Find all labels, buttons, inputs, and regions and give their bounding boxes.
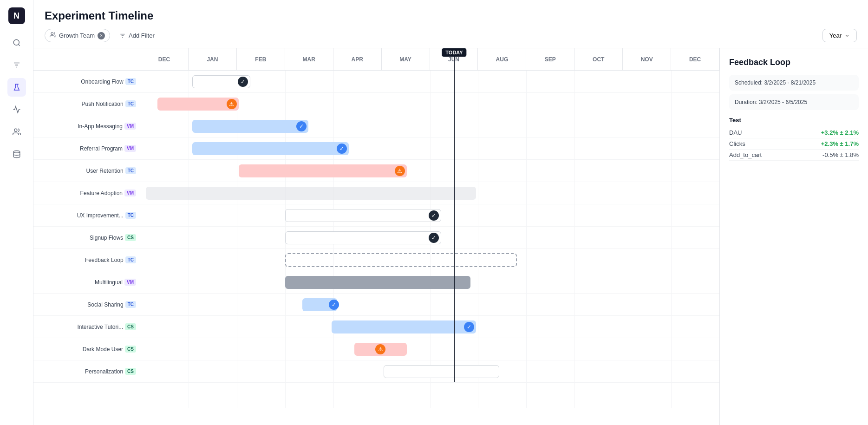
bar-row-onboarding-flow: ✓ <box>140 71 719 93</box>
month-oct: OCT <box>574 48 623 70</box>
month-aug: AUG <box>478 48 526 70</box>
feedback-loop-popup: Feedback Loop Scheduled: 3/2/2025 - 8/21… <box>719 48 868 425</box>
bar-row-personalization <box>140 360 719 383</box>
bar-row-ux-improvement: ✓ <box>140 204 719 227</box>
team-chip-icon <box>50 32 56 39</box>
filter-row: Growth Team × Add Filter Year <box>45 29 857 42</box>
header: Experiment Timeline Growth Team × Add Fi… <box>33 0 868 48</box>
label-dark-mode-user: Dark Mode User CS <box>33 338 140 360</box>
bar-signup-flows[interactable]: ✓ <box>285 231 442 244</box>
month-nov: NOV <box>623 48 671 70</box>
label-onboarding-flow: Onboarding Flow TC <box>33 71 140 93</box>
today-badge: TODAY <box>442 48 466 57</box>
month-mar: MAR <box>285 48 333 70</box>
svg-point-6 <box>51 33 53 35</box>
bar-referral-program[interactable]: ✓ <box>192 142 349 155</box>
bar-multilingual[interactable] <box>285 276 470 289</box>
bar-row-feature-adoption <box>140 182 719 204</box>
bar-row-feedback-loop[interactable] <box>140 249 719 271</box>
checkmark-icon: ✓ <box>238 77 248 87</box>
svg-point-4 <box>14 129 17 131</box>
year-label: Year <box>829 32 842 39</box>
label-multilingual: Multilingual VM <box>33 271 140 294</box>
month-dec1: DEC <box>140 48 189 70</box>
bar-feedback-loop[interactable] <box>285 253 517 267</box>
content-area: DEC JAN FEB MAR APR MAY JUN TODAY AUG SE… <box>33 48 868 425</box>
month-feb: FEB <box>237 48 285 70</box>
bar-push-notification[interactable]: ⚠ <box>157 98 239 111</box>
svg-point-0 <box>13 39 19 45</box>
bar-row-social-sharing: ✓ <box>140 294 719 316</box>
filter-icon[interactable] <box>7 56 26 74</box>
popup-metric-clicks: Clicks +2.3% ± 1.7% <box>729 138 859 150</box>
bar-row-signup-flows: ✓ <box>140 227 719 249</box>
main-area: Experiment Timeline Growth Team × Add Fi… <box>33 0 868 425</box>
team-icon[interactable] <box>7 123 26 141</box>
popup-title: Feedback Loop <box>729 58 859 67</box>
bar-in-app-messaging[interactable]: ✓ <box>192 120 308 133</box>
label-user-retention: User Retention TC <box>33 160 140 182</box>
analytics-icon[interactable] <box>7 100 26 119</box>
gantt-months: DEC JAN FEB MAR APR MAY JUN TODAY AUG SE… <box>140 48 719 70</box>
label-ux-improvement: UX Improvement... TC <box>33 204 140 227</box>
bar-onboarding-flow[interactable]: ✓ <box>192 75 250 88</box>
bar-ux-improvement[interactable]: ✓ <box>285 209 442 222</box>
add-filter-button[interactable]: Add Filter <box>115 30 159 41</box>
bar-row-user-retention: ⚠ <box>140 160 719 182</box>
page-title: Experiment Timeline <box>45 9 857 22</box>
checkmark-dark-icon-2: ✓ <box>429 210 439 221</box>
bar-feature-adoption[interactable] <box>146 187 476 200</box>
search-icon[interactable] <box>7 33 26 52</box>
gantt-container: DEC JAN FEB MAR APR MAY JUN TODAY AUG SE… <box>33 48 719 425</box>
month-sep: SEP <box>526 48 574 70</box>
label-referral-program: Referral Program VM <box>33 137 140 160</box>
month-dec2: DEC <box>671 48 719 70</box>
gantt-label-header <box>33 48 140 70</box>
warning-icon-2: ⚠ <box>395 166 405 176</box>
warning-icon: ⚠ <box>227 99 237 109</box>
label-personalization: Personalization CS <box>33 360 140 383</box>
popup-duration: Duration: 3/2/2025 - 6/5/2025 <box>729 94 859 110</box>
bar-personalization[interactable] <box>384 365 499 378</box>
popup-metric-add-to-cart: Add_to_cart -0.5% ± 1.8% <box>729 150 859 161</box>
warning-icon-3: ⚠ <box>375 344 385 354</box>
filter-chip-close[interactable]: × <box>98 32 105 39</box>
bar-row-dark-mode-user: ⚠ <box>140 338 719 360</box>
month-apr: APR <box>333 48 382 70</box>
bar-social-sharing[interactable]: ✓ <box>302 298 337 311</box>
sidebar: N <box>0 0 33 425</box>
popup-metric-dau: DAU +3.2% ± 2.1% <box>729 127 859 138</box>
popup-test-label: Test <box>729 117 859 124</box>
app-logo: N <box>8 7 25 24</box>
label-social-sharing: Social Sharing TC <box>33 294 140 316</box>
bar-row-in-app-messaging: ✓ <box>140 115 719 137</box>
label-feedback-loop: Feedback Loop TC <box>33 249 140 271</box>
bar-user-retention[interactable]: ⚠ <box>239 164 407 177</box>
popup-scheduled: Scheduled: 3/2/2025 - 8/21/2025 <box>729 75 859 91</box>
metric-name-add-to-cart: Add_to_cart <box>729 151 762 158</box>
metric-name-clicks: Clicks <box>729 140 745 147</box>
database-icon[interactable] <box>7 145 26 163</box>
bar-row-push-notification: ⚠ <box>140 93 719 115</box>
gantt-bars: ✓ ⚠ ✓ <box>140 71 719 408</box>
checkmark-blue-icon-2: ✓ <box>337 144 347 154</box>
growth-team-filter-chip[interactable]: Growth Team × <box>45 29 110 42</box>
month-jun: JUN TODAY <box>430 48 478 70</box>
metric-value-dau: +3.2% ± 2.1% <box>821 129 859 136</box>
metric-name-dau: DAU <box>729 129 742 136</box>
checkmark-dark-icon-3: ✓ <box>429 233 439 243</box>
checkmark-tut-icon: ✓ <box>464 322 474 332</box>
checkmark-blue-icon: ✓ <box>296 121 307 131</box>
label-feature-adoption: Feature Adoption VM <box>33 182 140 204</box>
year-select[interactable]: Year <box>822 29 857 42</box>
filter-chip-label: Growth Team <box>59 32 95 39</box>
gantt-body: Onboarding Flow TC Push Notification TC … <box>33 71 719 408</box>
label-in-app-messaging: In-App Messaging VM <box>33 115 140 137</box>
bar-dark-mode-user[interactable]: ⚠ <box>354 343 406 356</box>
label-signup-flows: Signup Flows CS <box>33 227 140 249</box>
gantt-labels: Onboarding Flow TC Push Notification TC … <box>33 71 140 408</box>
metric-value-add-to-cart: -0.5% ± 1.8% <box>822 151 859 158</box>
experiment-icon[interactable] <box>7 78 26 97</box>
bar-row-interactive-tutorial: ✓ <box>140 316 719 338</box>
svg-point-5 <box>13 151 20 153</box>
